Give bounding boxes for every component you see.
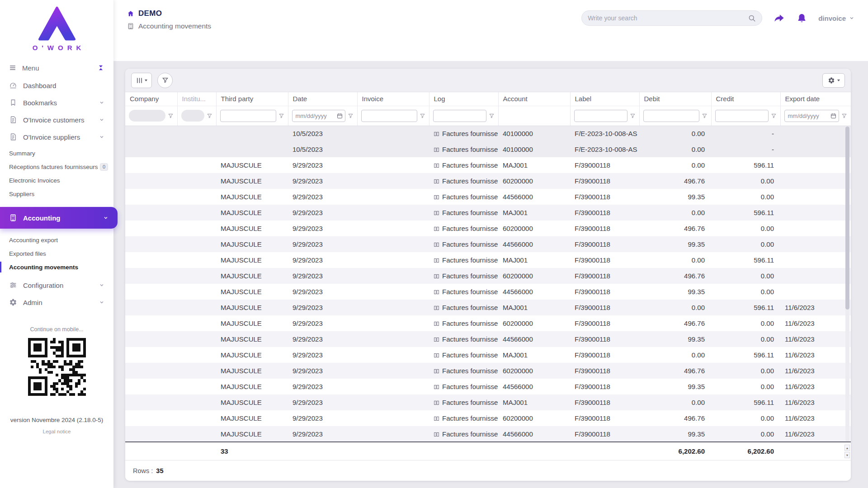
filter-funnel-icon[interactable] [489,113,495,119]
column-header-date[interactable]: Date [288,92,357,106]
search-icon[interactable] [748,14,756,22]
column-header-invoice[interactable]: Invoice [357,92,429,106]
cell: 596.11 [711,300,780,315]
table-row[interactable]: MAJUSCULE9/29/2023Factures fournisseursM… [125,394,851,410]
filter-funnel-icon[interactable] [207,113,212,119]
log-filter-input[interactable] [433,110,486,122]
table-row[interactable]: MAJUSCULE9/29/2023Factures fournisseursM… [125,347,851,363]
sidebar-item-summary[interactable]: Summary [0,146,113,160]
sidebar-item-accounting-export[interactable]: Accounting export [0,233,113,247]
cell: 0.00 [711,268,780,284]
filter-funnel-icon[interactable] [348,113,354,119]
table-row[interactable]: MAJUSCULE9/29/2023Factures fournisseurs6… [125,268,851,284]
cell [125,252,177,268]
cell: 496.76 [639,221,711,236]
table-row[interactable]: MAJUSCULE9/29/2023Factures fournisseurs6… [125,221,851,236]
bell-icon[interactable] [796,13,807,24]
credit-filter-input[interactable] [715,110,769,122]
home-link[interactable]: DEMO [127,9,211,18]
column-header-credit[interactable]: Credit [711,92,780,106]
table-row[interactable]: MAJUSCULE9/29/2023Factures fournisseursM… [125,300,851,315]
column-header-export-date[interactable]: Export date [780,92,851,106]
filter-funnel-icon[interactable] [278,113,284,119]
filter-funnel-icon[interactable] [630,113,636,119]
search-input[interactable] [588,14,744,22]
calendar-icon[interactable] [830,113,836,119]
filter-builder-button[interactable] [157,73,173,88]
cell: Factures fournisseurs [429,221,498,236]
column-header-debit[interactable]: Debit [639,92,711,106]
count-badge: 0 [100,163,108,171]
table-row[interactable]: 10/5/2023Factures fournisseurs40100000F/… [125,126,851,141]
user-menu[interactable]: dinvoice [818,14,854,22]
table-row[interactable]: MAJUSCULE9/29/2023Factures fournisseurs4… [125,379,851,394]
calendar-icon[interactable] [337,113,343,119]
sidebar-item-receptions-factures[interactable]: Réceptions factures fournisseurs 0 [0,160,113,174]
filter-funnel-icon[interactable] [841,113,847,119]
grid-settings-button[interactable] [822,73,845,88]
sidebar-item-admin[interactable]: Admin [0,294,113,311]
menu-toggle[interactable]: Menu [0,59,113,77]
table-row[interactable]: MAJUSCULE9/29/2023Factures fournisseursM… [125,157,851,173]
table-row[interactable]: MAJUSCULE9/29/2023Factures fournisseursM… [125,205,851,221]
column-header-log[interactable]: Log [429,92,498,106]
column-header-company[interactable]: Company [125,92,177,106]
gear-icon [828,77,835,84]
sidebar-item-suppliers[interactable]: Suppliers [0,187,113,201]
column-header-row: Company Institu... Third party Date Invo… [125,92,851,106]
table-row[interactable]: MAJUSCULE9/29/2023Factures fournisseurs4… [125,331,851,347]
sidebar-item-exported-files[interactable]: Exported files [0,247,113,260]
table-row[interactable]: MAJUSCULE9/29/2023Factures fournisseurs4… [125,189,851,205]
cell: Factures fournisseurs [429,363,498,379]
column-header-label[interactable]: Label [570,92,639,106]
filter-funnel-icon[interactable] [420,113,425,119]
logo[interactable]: O'WORK [0,0,113,53]
cell [125,173,177,189]
hourglass-pin-icon[interactable] [97,64,104,71]
filter-funnel-icon[interactable] [771,113,777,119]
cell: Factures fournisseurs [429,410,498,426]
cell: 0.00 [711,284,780,300]
table-row[interactable]: 10/5/2023Factures fournisseurs40100000F/… [125,141,851,157]
debit-filter-input[interactable] [643,110,699,122]
table-row[interactable]: MAJUSCULE9/29/2023Factures fournisseurs6… [125,410,851,426]
scrollbar-thumb[interactable] [845,127,849,310]
legal-notice-link[interactable]: Legal notice [0,429,113,434]
summary-debit-total: 6,202.60 [639,442,711,460]
scroll-up-icon[interactable]: ▲ [844,445,850,451]
share-icon[interactable] [773,12,785,24]
sidebar-item-configuration[interactable]: Configuration [0,277,113,294]
third-party-filter-input[interactable] [220,110,276,122]
filter-funnel-icon[interactable] [702,113,708,119]
chevron-down-icon [99,117,104,122]
column-header-third-party[interactable]: Third party [216,92,288,106]
label-filter-input[interactable] [574,110,627,122]
sidebar-item-oinvoice-suppliers[interactable]: O'Invoice suppliers [0,128,113,145]
filter-funnel-icon[interactable] [168,113,174,119]
table-row[interactable]: MAJUSCULE9/29/2023Factures fournisseurs4… [125,236,851,252]
sidebar-item-oinvoice-customers[interactable]: O'Invoice customers [0,111,113,128]
column-header-account[interactable]: Account [498,92,570,106]
scroll-down-icon[interactable]: ▼ [844,452,850,458]
invoice-filter-input[interactable] [361,110,417,122]
vertical-scrollbar[interactable] [845,127,849,441]
table-row[interactable]: MAJUSCULE9/29/2023Factures fournisseurs6… [125,363,851,379]
table-row[interactable]: MAJUSCULE9/29/2023Factures fournisseurs6… [125,173,851,189]
table-row[interactable]: MAJUSCULE9/29/2023Factures fournisseursM… [125,252,851,268]
funnel-icon [162,77,169,84]
gear-icon [9,298,17,306]
cell [177,394,216,410]
sidebar-item-accounting[interactable]: Accounting [0,207,118,229]
sidebar-item-accounting-movements[interactable]: Accounting movements [0,260,113,274]
table-row[interactable]: MAJUSCULE9/29/2023Factures fournisseurs4… [125,426,851,442]
sidebar-item-dashboard[interactable]: Dashboard [0,77,113,94]
sidebar-item-bookmarks[interactable]: Bookmarks [0,94,113,111]
column-header-institution[interactable]: Institu... [177,92,216,106]
cell: MAJUSCULE [216,363,288,379]
table-row[interactable]: MAJUSCULE9/29/2023Factures fournisseurs6… [125,315,851,331]
column-chooser-button[interactable] [131,73,152,88]
owork-logo-icon [36,5,78,42]
cell: MAJUSCULE [216,300,288,315]
sidebar-item-electronic-invoices[interactable]: Electronic Invoices [0,174,113,187]
table-row[interactable]: MAJUSCULE9/29/2023Factures fournisseurs4… [125,284,851,300]
